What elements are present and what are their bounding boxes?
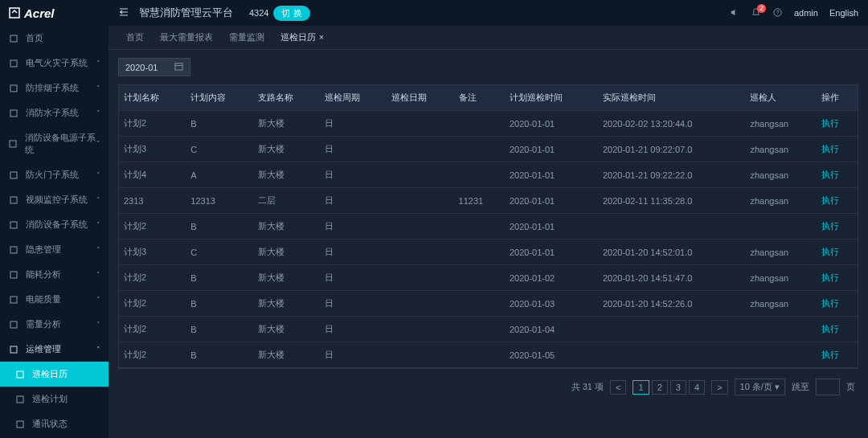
tab-3[interactable]: 巡检日历× (272, 26, 332, 49)
table-cell: zhangsan (745, 291, 817, 317)
sidebar-item-9[interactable]: 能耗分析˅ (0, 262, 108, 287)
tab-label: 最大需量报表 (160, 32, 213, 42)
sidebar-item-label: 能耗分析 (26, 268, 61, 280)
execute-action[interactable]: 执行 (821, 118, 839, 128)
table-cell (454, 239, 505, 265)
execute-action[interactable]: 执行 (821, 170, 839, 179)
menu-toggle-icon[interactable] (118, 6, 129, 20)
table-cell: 2020-01-01 (505, 239, 598, 265)
sidebar-subitem-12-0[interactable]: 巡检日历 (0, 362, 108, 387)
table-cell: 二层 (253, 188, 320, 214)
table-cell: zhangsan (745, 137, 817, 162)
sidebar-item-4[interactable]: 消防设备电源子系统˅ (0, 125, 108, 162)
chevron-down-icon: ▾ (775, 382, 780, 391)
table-cell: 2020-01-21 09:22:22.0 (598, 162, 746, 188)
svg-rect-15 (17, 396, 23, 403)
execute-action[interactable]: 执行 (821, 272, 839, 282)
sidebar-item-label: 需量分析 (26, 318, 61, 330)
sidebar-item-0[interactable]: 首页 (0, 26, 108, 51)
table-row: 计划2B新大楼日2020-01-032020-01-20 14:52:26.0z… (119, 291, 858, 317)
chevron-down-icon: ˅ (96, 140, 100, 148)
sidebar-item-1[interactable]: 电气火灾子系统˅ (0, 51, 108, 76)
execute-action[interactable]: 执行 (821, 350, 839, 359)
sidebar-subitem-12-1[interactable]: 巡检计划 (0, 387, 108, 411)
help-icon[interactable]: ? (772, 7, 783, 19)
sidebar-item-11[interactable]: 需量分析˅ (0, 312, 108, 337)
execute-action[interactable]: 执行 (821, 144, 839, 154)
table-cell: 2313 (119, 188, 186, 214)
plan-icon (14, 394, 26, 405)
table-cell: 日 (320, 265, 387, 291)
switch-button[interactable]: 切 换 (273, 6, 309, 21)
sidebar-item-label: 防火门子系统 (26, 169, 79, 181)
execute-action[interactable]: 执行 (821, 247, 839, 256)
svg-rect-14 (17, 371, 23, 378)
execute-action[interactable]: 执行 (821, 324, 839, 334)
sidebar-item-12[interactable]: 运维管理˄ (0, 337, 108, 362)
table-cell: 新大楼 (253, 214, 320, 239)
device-icon (8, 219, 19, 231)
language-label[interactable]: English (829, 8, 858, 18)
user-label[interactable]: admin (794, 8, 818, 18)
table-cell: 新大楼 (253, 239, 320, 265)
smoke-icon (8, 83, 19, 94)
table-cell: 日 (320, 188, 387, 214)
close-icon[interactable]: × (319, 33, 324, 42)
risk-icon (8, 244, 19, 256)
table-cell (387, 111, 453, 137)
pagination-page-2[interactable]: 2 (652, 380, 668, 395)
pagination-perpage[interactable]: 10 条/页 ▾ (735, 379, 785, 395)
table-cell: A (186, 162, 252, 188)
table-cell: 2020-01-20 14:52:26.0 (598, 291, 746, 317)
tab-1[interactable]: 最大需量报表 (152, 26, 221, 49)
table-row: 计划4A新大楼日2020-01-012020-01-21 09:22:22.0z… (119, 162, 858, 188)
table-cell: C (186, 239, 252, 265)
table-row: 231312313二层日112312020-01-012020-02-11 11… (119, 188, 858, 214)
sidebar-item-6[interactable]: 视频监控子系统˅ (0, 187, 108, 212)
sidebar-item-8[interactable]: 隐患管理˅ (0, 237, 108, 262)
table-row: 计划2B新大楼日2020-01-012020-02-02 13:20:44.0z… (119, 111, 858, 137)
pagination-page-3[interactable]: 3 (670, 380, 686, 395)
pagination-next[interactable]: > (711, 380, 727, 395)
volume-icon[interactable] (729, 7, 739, 19)
sidebar-item-7[interactable]: 消防设备子系统˅ (0, 212, 108, 237)
sidebar-item-3[interactable]: 消防水子系统˅ (0, 100, 108, 125)
quality-icon (8, 294, 19, 305)
table-cell: 日 (320, 162, 387, 188)
table-cell (454, 342, 505, 368)
sidebar-item-10[interactable]: 电能质量˅ (0, 287, 108, 312)
sidebar-item-5[interactable]: 防火门子系统˅ (0, 162, 108, 187)
sidebar-subitem-12-2[interactable]: 通讯状态 (0, 411, 108, 436)
tab-2[interactable]: 需量监测 (221, 26, 272, 49)
svg-text:?: ? (776, 9, 779, 16)
sidebar-item-2[interactable]: 防排烟子系统˅ (0, 76, 108, 100)
table-cell: 计划2 (119, 111, 186, 137)
table-cell (387, 188, 453, 214)
fire-icon (8, 58, 19, 69)
chevron-down-icon: ˅ (96, 196, 100, 204)
calendar-icon (14, 369, 26, 380)
pagination-jump-input[interactable] (816, 379, 840, 395)
execute-action[interactable]: 执行 (821, 221, 839, 231)
table-cell: B (186, 265, 252, 291)
tab-label: 首页 (126, 32, 144, 42)
brand-logo: Acrel (0, 0, 108, 26)
sidebar-item-label: 消防设备电源子系统 (25, 132, 96, 156)
column-header-9: 操作 (817, 85, 858, 111)
notification-bell-icon[interactable]: 2 (751, 7, 761, 19)
date-picker[interactable]: 2020-01 (118, 58, 190, 76)
execute-action[interactable]: 执行 (821, 298, 839, 308)
table-cell (387, 137, 453, 162)
table-cell: 2020-01-02 (505, 265, 598, 291)
execute-action[interactable]: 执行 (821, 195, 839, 205)
sidebar: Acrel 首页电气火灾子系统˅防排烟子系统˅消防水子系统˅消防设备电源子系统˅… (0, 0, 108, 438)
pagination-page-4[interactable]: 4 (689, 380, 705, 395)
pagination-prev[interactable]: < (610, 380, 626, 395)
tabs: 首页最大需量报表需量监测巡检日历× (108, 26, 868, 50)
pagination-page-1[interactable]: 1 (633, 380, 649, 395)
table-row: 计划2B新大楼日2020-01-05执行 (119, 342, 858, 368)
home-icon (8, 33, 19, 44)
tab-0[interactable]: 首页 (118, 26, 152, 49)
table-cell: 12313 (186, 188, 252, 214)
header: 智慧消防管理云平台 4324 切 换 2 ? admin English (108, 0, 868, 26)
